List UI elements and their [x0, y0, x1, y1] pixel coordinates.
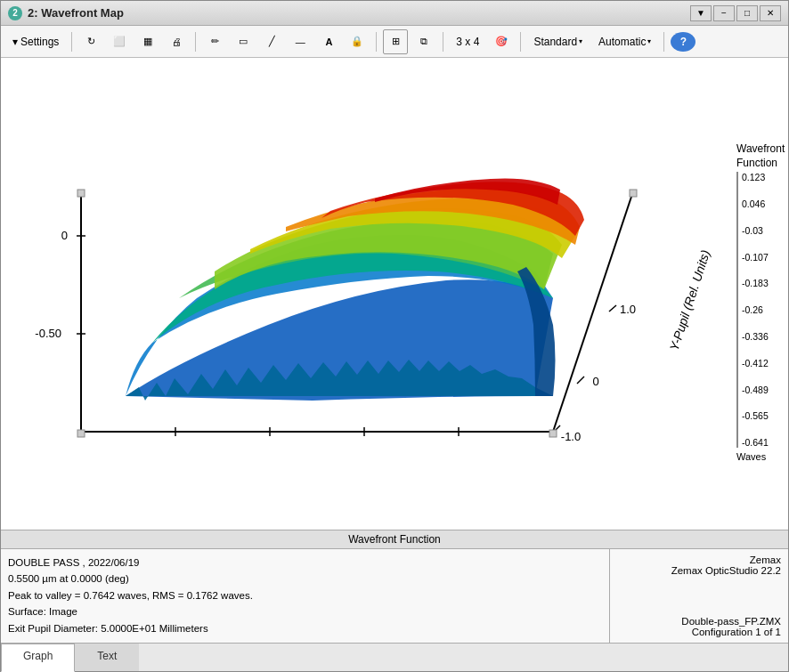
print-button[interactable]: 🖨: [164, 29, 189, 54]
title-bar-left: 2 2: Wavefront Map: [8, 6, 124, 20]
graph-area: 0 -0.50 -1.0 -0.5 0 0.5 1.0 -1.0: [1, 58, 788, 530]
settings-label: Settings: [20, 36, 59, 48]
zoom-copy-button[interactable]: ⧉: [411, 29, 436, 54]
refresh-button[interactable]: ↻: [78, 29, 103, 54]
info-config: Configuration 1 of 1: [617, 627, 781, 637]
title-bar: 2 2: Wavefront Map ▼ − □ ✕: [1, 1, 788, 26]
svg-text:-0.5: -0.5: [166, 439, 185, 441]
separator-6: [663, 32, 664, 52]
colorbar-unit: Waves: [736, 451, 763, 462]
title-bar-controls: ▼ − □ ✕: [690, 5, 781, 21]
zoom-fit-button[interactable]: ⊞: [383, 29, 408, 54]
colorbar-value-6: -0.336: [742, 331, 769, 342]
svg-text:0: 0: [61, 229, 68, 242]
colorbar-gradient: [736, 172, 738, 448]
tab-graph[interactable]: Graph: [1, 644, 75, 672]
svg-text:-1.0: -1.0: [561, 430, 581, 441]
automatic-dropdown-button[interactable]: Automatic ▾: [592, 29, 657, 54]
dash-button[interactable]: —: [288, 29, 313, 54]
svg-text:-0.50: -0.50: [35, 327, 61, 340]
restore-button[interactable]: □: [736, 5, 758, 21]
colorbar-value-9: -0.565: [742, 410, 769, 421]
svg-rect-28: [549, 430, 557, 437]
svg-text:0: 0: [592, 375, 598, 388]
menu-button[interactable]: ▼: [690, 5, 712, 21]
colorbar-value-10: -0.641: [742, 437, 769, 448]
info-line-4: Exit Pupil Diameter: 5.0000E+01 Millimet…: [8, 620, 602, 636]
info-panel: Wavefront Function DOUBLE PASS , 2022/06…: [1, 530, 788, 643]
wavefront-plot: 0 -0.50 -1.0 -0.5 0 0.5 1.0 -1.0: [1, 58, 788, 441]
close-button[interactable]: ✕: [760, 5, 781, 21]
pencil-button[interactable]: ✏: [202, 29, 227, 54]
lock-button[interactable]: 🔒: [345, 29, 370, 54]
automatic-dropdown-icon: ▾: [647, 37, 651, 45]
automatic-label: Automatic: [598, 36, 646, 48]
colorbar-value-2: -0.03: [742, 225, 769, 236]
info-zemax-version: Zemax OpticStudio 22.2: [617, 565, 781, 576]
svg-text:0: 0: [266, 439, 272, 441]
colorbar-values: 0.123 0.046 -0.03 -0.107 -0.183 -0.26 -0…: [742, 172, 769, 448]
separator-1: [71, 32, 72, 52]
colorbar-value-7: -0.412: [742, 358, 769, 368]
separator-5: [520, 32, 521, 52]
chevron-down-icon: ▾: [12, 36, 18, 48]
colorbar-value-0: 0.123: [742, 172, 769, 182]
info-header: Wavefront Function: [1, 530, 788, 549]
colorbar-value-3: -0.107: [742, 252, 769, 263]
colorbar-value-4: -0.183: [742, 278, 769, 288]
info-filename: Double-pass_FP.ZMX: [617, 616, 781, 627]
info-line-2: Peak to valley = 0.7642 waves, RMS = 0.1…: [8, 587, 602, 603]
svg-text:0.5: 0.5: [356, 439, 372, 441]
window: 2 2: Wavefront Map ▼ − □ ✕ ▾ Settings ↻ …: [0, 0, 789, 672]
minimize-button[interactable]: −: [713, 5, 735, 21]
help-button[interactable]: ?: [671, 32, 695, 52]
colorbar: Wavefront Function 0.123 0.046 -0.03 -0.…: [736, 142, 763, 481]
info-right-top: Zemax Zemax OpticStudio 22.2: [617, 555, 781, 576]
svg-text:1.0: 1.0: [451, 439, 467, 441]
info-body: DOUBLE PASS , 2022/06/19 0.5500 µm at 0.…: [1, 549, 788, 643]
svg-text:-1.0: -1.0: [69, 439, 89, 441]
colorbar-value-5: -0.26: [742, 304, 769, 315]
main-content: 0 -0.50 -1.0 -0.5 0 0.5 1.0 -1.0: [1, 58, 788, 530]
info-zemax-label: Zemax: [617, 555, 781, 565]
text-button[interactable]: A: [316, 29, 341, 54]
colorbar-body: 0.123 0.046 -0.03 -0.107 -0.183 -0.26 -0…: [736, 172, 763, 448]
settings-button[interactable]: ▾ Settings: [6, 29, 65, 54]
window-icon: 2: [8, 6, 22, 20]
svg-rect-27: [77, 430, 85, 437]
rectangle-button[interactable]: ▭: [231, 29, 256, 54]
info-right: Zemax Zemax OpticStudio 22.2 Double-pass…: [610, 549, 788, 643]
info-left: DOUBLE PASS , 2022/06/19 0.5500 µm at 0.…: [1, 549, 610, 643]
standard-dropdown-icon: ▾: [579, 37, 582, 45]
separator-2: [195, 32, 196, 52]
grid-label: 3 x 4: [456, 36, 479, 48]
colorbar-value-1: 0.046: [742, 198, 769, 209]
standard-dropdown-button[interactable]: Standard ▾: [527, 29, 589, 54]
copy-button[interactable]: ⬜: [107, 29, 132, 54]
standard-label: Standard: [533, 36, 577, 48]
separator-4: [443, 32, 443, 52]
grid-copy-button[interactable]: ▦: [135, 29, 160, 54]
svg-rect-26: [77, 190, 85, 197]
target-button[interactable]: 🎯: [489, 29, 514, 54]
toolbar: ▾ Settings ↻ ⬜ ▦ 🖨 ✏ ▭ ╱ — A 🔒 ⊞ ⧉ 3 x 4…: [1, 26, 788, 58]
tab-text[interactable]: Text: [75, 644, 139, 671]
info-line-3: Surface: Image: [8, 603, 602, 619]
info-line-1: 0.5500 µm at 0.0000 (deg): [8, 571, 602, 587]
window-title: 2: Wavefront Map: [28, 6, 124, 20]
tab-bar: Graph Text: [1, 643, 788, 671]
separator-3: [376, 32, 377, 52]
colorbar-value-8: -0.489: [742, 385, 769, 395]
info-line-0: DOUBLE PASS , 2022/06/19: [8, 555, 602, 571]
info-right-bottom: Double-pass_FP.ZMX Configuration 1 of 1: [617, 616, 781, 637]
grid-dropdown-button[interactable]: 3 x 4: [450, 29, 485, 54]
svg-text:1.0: 1.0: [620, 303, 636, 316]
svg-rect-29: [630, 190, 637, 197]
line-button[interactable]: ╱: [259, 29, 284, 54]
